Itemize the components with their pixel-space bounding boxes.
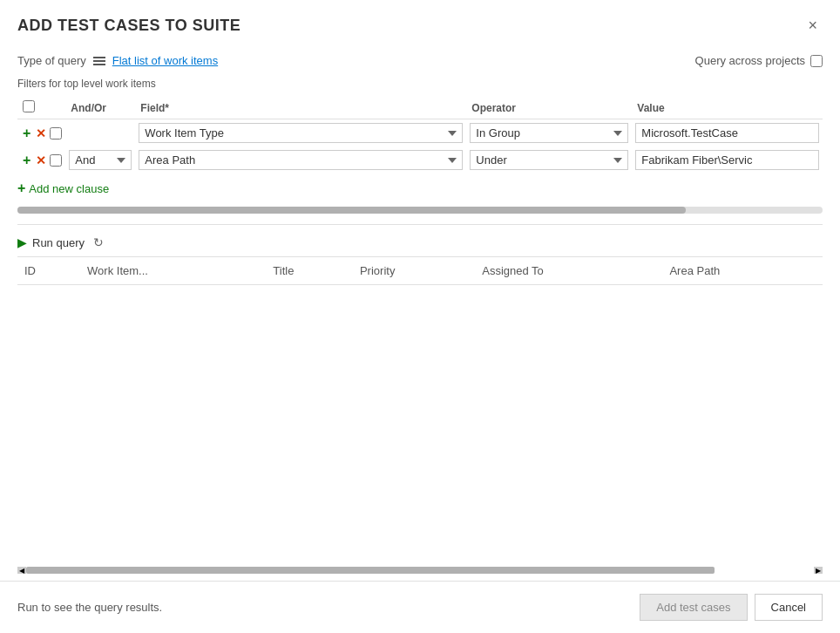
results-col-header: Work Item... <box>80 257 266 285</box>
run-icon: ▶ <box>17 235 27 249</box>
results-col-header: ID <box>17 257 80 285</box>
query-across-checkbox[interactable] <box>810 55 823 67</box>
field-cell: Work Item Type <box>135 119 466 147</box>
andor-cell: AndOr <box>65 146 135 174</box>
refresh-button[interactable]: ↻ <box>93 235 104 249</box>
svg-rect-1 <box>93 60 105 62</box>
list-icon <box>93 56 105 66</box>
operator-select[interactable]: Under <box>470 150 628 170</box>
run-query-row: ▶ Run query ↻ <box>17 235 823 249</box>
results-area: IDWork Item...TitlePriorityAssigned ToAr… <box>17 257 823 556</box>
results-col-header: Priority <box>353 257 475 285</box>
row-add-btn[interactable]: + <box>21 153 32 168</box>
operator-cell: Under <box>466 146 632 174</box>
query-type-row: Type of query Flat list of work items Qu… <box>17 54 823 67</box>
row-del-btn[interactable]: ✕ <box>34 126 48 140</box>
col-header-value: Value <box>632 97 823 119</box>
footer-status: Run to see the query results. <box>17 601 162 614</box>
row-del-btn[interactable]: ✕ <box>34 153 48 167</box>
field-cell: Area Path <box>135 146 466 174</box>
dialog-header: ADD TEST CASES TO SUITE × <box>0 0 840 44</box>
dialog-body: Type of query Flat list of work items Qu… <box>0 44 840 567</box>
col-header-check <box>17 97 65 119</box>
add-test-cases-button[interactable]: Add test cases <box>640 594 747 621</box>
row-checkbox[interactable] <box>50 154 62 167</box>
field-select[interactable]: Work Item Type <box>139 123 463 143</box>
query-across-label: Query across projects <box>695 54 805 67</box>
query-type-label: Type of query <box>17 54 86 67</box>
value-cell <box>632 119 823 147</box>
filter-row: + ✕ AndOr Area Path Under <box>17 146 823 174</box>
field-select[interactable]: Area Path <box>139 150 463 170</box>
value-input[interactable] <box>635 123 819 143</box>
filter-row: + ✕ Work Item Type In Group <box>17 119 823 147</box>
svg-rect-2 <box>93 64 105 65</box>
scroll-right-arrow[interactable]: ▶ <box>814 567 823 574</box>
cancel-button[interactable]: Cancel <box>755 594 823 621</box>
operator-select[interactable]: In Group <box>470 123 628 143</box>
row-actions-cell: + ✕ <box>17 119 65 147</box>
row-actions: + ✕ <box>21 126 62 141</box>
query-type-value[interactable]: Flat list of work items <box>112 54 218 67</box>
add-clause-label: Add new clause <box>29 182 109 195</box>
add-clause-button[interactable]: + Add new clause <box>17 180 823 196</box>
dialog-footer: Run to see the query results. Add test c… <box>0 581 840 633</box>
col-header-field: Field* <box>135 97 466 119</box>
andor-cell <box>65 119 135 147</box>
scroll-left-arrow[interactable]: ◀ <box>17 567 26 574</box>
value-cell <box>632 146 823 174</box>
run-query-label: Run query <box>32 236 85 249</box>
divider-1 <box>17 224 823 225</box>
close-button[interactable]: × <box>803 14 823 37</box>
query-type-left: Type of query Flat list of work items <box>17 54 218 67</box>
bottom-scrollbar-container: ◀ ▶ <box>17 567 823 574</box>
results-table: IDWork Item...TitlePriorityAssigned ToAr… <box>17 257 823 285</box>
run-query-button[interactable]: ▶ Run query <box>17 235 85 249</box>
row-add-btn[interactable]: + <box>21 126 32 141</box>
select-all-checkbox[interactable] <box>23 100 35 112</box>
top-scrollbar-thumb <box>17 207 686 214</box>
query-type-right: Query across projects <box>695 54 823 67</box>
bottom-scrollbar-track[interactable]: ◀ ▶ <box>17 567 823 574</box>
row-checkbox[interactable] <box>50 127 62 140</box>
col-header-operator: Operator <box>466 97 632 119</box>
col-header-andor: And/Or <box>65 97 135 119</box>
results-col-header: Assigned To <box>475 257 662 285</box>
bottom-scrollbar-thumb <box>26 567 715 574</box>
andor-select[interactable]: AndOr <box>69 150 132 170</box>
row-actions-cell: + ✕ <box>17 146 65 174</box>
add-test-cases-dialog: ADD TEST CASES TO SUITE × Type of query … <box>0 0 840 633</box>
row-actions: + ✕ <box>21 153 62 168</box>
results-col-header: Area Path <box>662 257 823 285</box>
add-clause-icon: + <box>17 180 25 196</box>
svg-rect-0 <box>93 57 105 58</box>
operator-cell: In Group <box>466 119 632 147</box>
filter-table: And/Or Field* Operator Value + ✕ Work It… <box>17 97 823 174</box>
top-scrollbar[interactable] <box>17 207 823 214</box>
value-input[interactable] <box>635 150 819 170</box>
dialog-title: ADD TEST CASES TO SUITE <box>17 17 240 35</box>
results-col-header: Title <box>266 257 353 285</box>
flat-list-icon <box>93 56 105 66</box>
filters-label: Filters for top level work items <box>17 78 823 90</box>
footer-buttons: Add test cases Cancel <box>640 594 823 621</box>
